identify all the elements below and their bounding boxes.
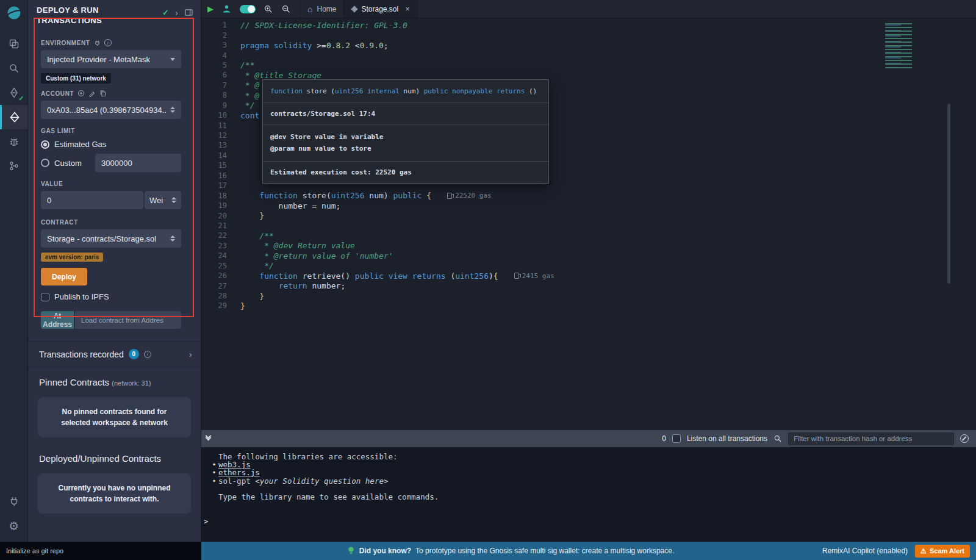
custom-gas-input[interactable] xyxy=(95,154,181,172)
evm-version-badge: evm version: paris xyxy=(41,253,103,262)
pinned-contracts-empty: No pinned contracts found for selected w… xyxy=(38,397,191,437)
code-line[interactable]: 25 */ xyxy=(201,261,976,271)
remix-ide-window: ✓ ⚙ xyxy=(0,0,976,560)
at-address-button[interactable]: At Address xyxy=(41,311,74,329)
deploy-button[interactable]: Deploy xyxy=(41,268,87,285)
line-number: 15 xyxy=(201,161,227,170)
plugin-manager-icon[interactable] xyxy=(0,489,28,514)
line-number: 1 xyxy=(201,21,227,29)
copilot-toggle[interactable] xyxy=(240,5,256,13)
environment-info-icon[interactable]: i xyxy=(104,39,112,46)
terminal-filter-input[interactable] xyxy=(788,433,954,445)
code-line[interactable]: 3pragma solidity >=0.8.2 <0.9.0; xyxy=(201,40,976,50)
code-line[interactable]: 27 return number; xyxy=(201,281,976,290)
account-label: ACCOUNT xyxy=(41,90,74,97)
value-input[interactable] xyxy=(41,191,143,209)
code-line[interactable]: 29} xyxy=(201,301,976,311)
line-number: 5 xyxy=(201,61,227,70)
copy-account-icon[interactable] xyxy=(99,90,107,97)
minimap[interactable] xyxy=(885,23,924,68)
sign-message-icon[interactable] xyxy=(88,90,96,97)
git-icon[interactable] xyxy=(0,154,28,178)
tooltip-gas-cost: Estimated execution cost: 22520 gas xyxy=(263,161,548,183)
line-number: 3 xyxy=(201,41,227,49)
lightbulb-icon xyxy=(347,546,355,556)
run-script-icon[interactable]: ▶ xyxy=(207,4,214,13)
listen-all-checkbox[interactable] xyxy=(672,434,681,443)
code-line[interactable]: 28 } xyxy=(201,291,976,301)
pin-panel-icon[interactable] xyxy=(184,8,193,17)
remix-logo-icon xyxy=(6,5,22,21)
transactions-info-icon[interactable]: i xyxy=(144,351,151,358)
solidity-compiler-icon[interactable]: ✓ xyxy=(0,81,28,105)
radio-selected-icon xyxy=(41,140,49,149)
line-number: 17 xyxy=(201,181,227,190)
solidity-file-icon xyxy=(351,5,358,12)
line-number: 20 xyxy=(201,212,227,220)
pinned-contracts-heading: Pinned Contracts (network: 31) xyxy=(28,367,201,387)
estimated-gas-radio[interactable]: Estimated Gas xyxy=(41,140,181,149)
search-icon[interactable] xyxy=(0,56,28,81)
code-line[interactable]: 18 function store(uint256 num) public {2… xyxy=(201,190,976,200)
toggle-knob xyxy=(248,5,255,13)
code-line[interactable]: 23 * @dev Return value xyxy=(201,241,976,251)
terminal-prompt[interactable]: > xyxy=(204,517,976,525)
terminal-output[interactable]: The following libraries are accessible:•… xyxy=(201,447,976,542)
scam-alert-button[interactable]: ⚠ Scam Alert xyxy=(915,545,970,558)
code-line[interactable]: 4 xyxy=(201,50,976,60)
code-line[interactable]: 24 * @return value of 'number' xyxy=(201,251,976,260)
debugger-icon[interactable] xyxy=(0,129,28,154)
code-line[interactable]: 19 number = num; xyxy=(201,201,976,210)
fork-state-icon[interactable] xyxy=(94,40,101,46)
expand-terminal-icon[interactable] xyxy=(206,436,210,440)
terminal-line: The following libraries are accessible: xyxy=(210,453,976,461)
terminal-search-icon[interactable] xyxy=(773,434,782,443)
code-editor[interactable]: 1// SPDX-License-Identifier: GPL-3.023pr… xyxy=(201,18,976,430)
deploy-run-icon[interactable] xyxy=(0,105,28,129)
tab-storage-sol[interactable]: Storage.sol × xyxy=(344,0,417,18)
line-number: 27 xyxy=(201,282,227,290)
code-line[interactable]: 22 /** xyxy=(201,231,976,240)
zoom-out-icon[interactable] xyxy=(281,4,291,14)
zoom-in-icon[interactable] xyxy=(264,4,273,14)
line-number: 22 xyxy=(201,231,227,240)
tooltip-signature: function store (uint256 internal num) pu… xyxy=(263,80,548,102)
add-account-icon[interactable] xyxy=(77,90,85,97)
code-line[interactable]: 5/** xyxy=(201,60,976,70)
tip-title: Did you know? xyxy=(359,547,411,555)
git-init-button[interactable]: Initialize as git repo xyxy=(0,542,201,560)
line-number: 14 xyxy=(201,151,227,160)
value-unit-select[interactable]: Wei xyxy=(145,191,181,209)
transactions-recorded-row[interactable]: Transactions recorded 0 i › xyxy=(28,342,201,367)
code-line[interactable]: 2 xyxy=(201,30,976,40)
settings-icon[interactable]: ⚙ xyxy=(0,514,28,538)
close-tab-icon[interactable]: × xyxy=(405,4,410,13)
tab-home[interactable]: ⌂ Home xyxy=(300,0,344,18)
panel-chevron-icon[interactable]: › xyxy=(175,8,178,17)
assistant-icon[interactable] xyxy=(221,4,232,14)
line-number: 13 xyxy=(201,141,227,149)
at-address-input[interactable] xyxy=(75,311,181,329)
line-number: 6 xyxy=(201,71,227,79)
code-line[interactable]: 20 } xyxy=(201,210,976,220)
code-line[interactable]: 26 function retrieve() public view retur… xyxy=(201,271,976,281)
custom-gas-label: Custom xyxy=(54,159,82,168)
clear-console-icon[interactable] xyxy=(960,434,969,443)
file-explorer-icon[interactable] xyxy=(0,32,28,56)
editor-scrollbar[interactable] xyxy=(947,104,950,284)
custom-gas-radio[interactable] xyxy=(41,159,49,167)
contract-select[interactable]: Storage - contracts/Storage.sol xyxy=(41,229,181,248)
account-select[interactable]: 0xA03...85ac4 (0.398673504934... xyxy=(41,101,181,119)
did-you-know-tip: Did you know? To prototype using the Gno… xyxy=(201,542,820,560)
code-line[interactable]: 21 xyxy=(201,221,976,231)
copilot-status[interactable]: RemixAI Copilot (enabled) xyxy=(822,547,908,555)
transactions-expand-icon[interactable]: › xyxy=(189,349,192,359)
environment-select[interactable]: Injected Provider - MetaMask xyxy=(41,50,181,68)
code-line[interactable]: 1// SPDX-License-Identifier: GPL-3.0 xyxy=(201,20,976,30)
publish-ipfs-checkbox[interactable] xyxy=(41,293,49,301)
remix-logo[interactable] xyxy=(6,5,22,23)
publish-ipfs-row[interactable]: Publish to IPFS xyxy=(41,292,181,301)
publish-ipfs-label: Publish to IPFS xyxy=(54,292,109,301)
line-number: 11 xyxy=(201,121,227,130)
chevron-down-icon xyxy=(170,58,175,61)
